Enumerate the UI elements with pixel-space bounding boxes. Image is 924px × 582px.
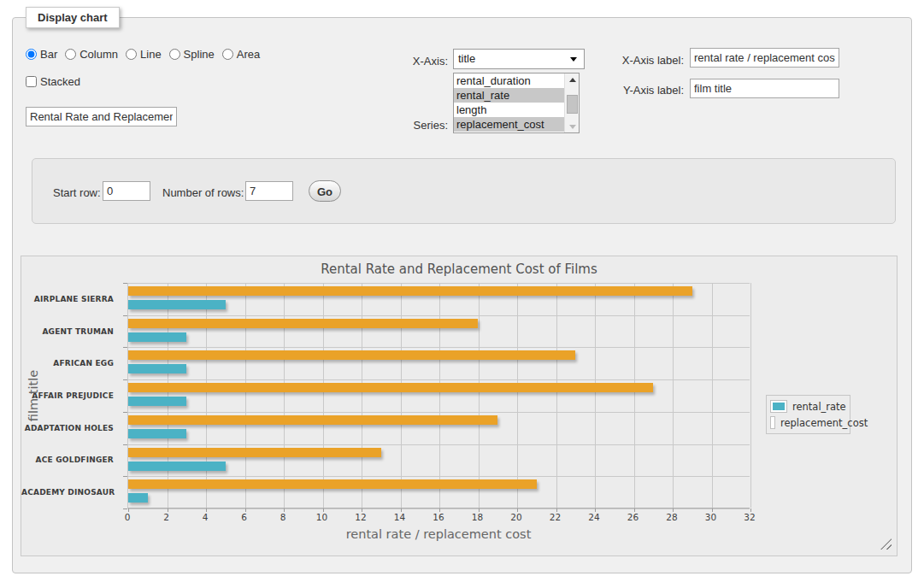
chart-type-option-line[interactable]: Line <box>126 48 162 61</box>
x-axis-title: rental rate / replacement cost <box>127 527 750 541</box>
gridline <box>323 283 324 508</box>
number-of-rows-input[interactable] <box>245 181 293 201</box>
y-tick-mark <box>123 347 127 348</box>
legend-swatch <box>770 416 775 429</box>
panel-title: Display chart <box>26 7 120 28</box>
scroll-down-icon[interactable] <box>565 121 580 132</box>
bar-rental_rate <box>128 397 186 406</box>
gridline <box>673 283 674 508</box>
row-range-panel <box>32 158 896 224</box>
bar-replacement_cost <box>128 286 692 296</box>
legend-entry: replacement_cost <box>770 414 846 431</box>
gridline <box>128 444 750 445</box>
x-tick-label: 12 <box>346 512 375 522</box>
x-tick-label: 20 <box>502 512 531 522</box>
series-option-rental_rate[interactable]: rental_rate <box>454 88 564 103</box>
x-axis-select[interactable]: title <box>453 49 585 69</box>
bar-rental_rate <box>128 429 186 438</box>
stacked-row: Stacked <box>26 75 80 88</box>
number-of-rows-label: Number of rows: <box>162 186 244 199</box>
bar-rental_rate <box>128 364 186 373</box>
gridline <box>517 283 518 508</box>
chart-type-label: Area <box>237 48 260 61</box>
gridline <box>284 283 285 508</box>
gridline <box>595 283 596 508</box>
chevron-down-icon <box>570 57 577 62</box>
y-axis-label-label: Y-Axis label: <box>598 84 684 97</box>
legend-swatch <box>770 400 787 413</box>
x-tick-label: 18 <box>463 512 492 522</box>
legend-entry: rental_rate <box>770 398 846 414</box>
category-label: ACADEMY DINOSAUR <box>21 488 114 497</box>
y-tick-mark <box>123 379 127 380</box>
series-option-rental_duration[interactable]: rental_duration <box>454 73 564 88</box>
bar-rental_rate <box>128 300 226 309</box>
chart-type-option-column[interactable]: Column <box>65 48 118 61</box>
gridline <box>128 476 750 477</box>
chart-type-radio-group: BarColumnLineSplineArea <box>26 48 260 61</box>
gridline <box>750 283 751 508</box>
chart-legend: rental_ratereplacement_cost <box>766 395 850 434</box>
x-tick-label: 10 <box>308 512 337 522</box>
category-label: ACE GOLDFINGER <box>21 456 114 464</box>
gridline <box>128 379 750 380</box>
x-tick-label: 4 <box>191 512 220 522</box>
bar-replacement_cost <box>128 350 575 360</box>
chart-type-label: Bar <box>40 48 57 61</box>
x-tick-label: 28 <box>657 512 686 522</box>
gridline <box>556 283 557 508</box>
gridline <box>479 283 480 508</box>
y-axis-label-input[interactable] <box>690 79 839 98</box>
series-listbox[interactable]: rental_durationrental_ratelengthreplacem… <box>453 73 580 133</box>
x-tick-label: 2 <box>152 512 181 522</box>
chart-container: Rental Rate and Replacement Cost of Film… <box>21 256 898 556</box>
stacked-checkbox[interactable] <box>26 76 37 87</box>
scrollbar-thumb[interactable] <box>567 95 578 114</box>
plot-area <box>127 283 750 509</box>
series-option-length[interactable]: length <box>454 103 564 117</box>
chart-type-radio-bar[interactable] <box>26 49 37 60</box>
chart-type-radio-spline[interactable] <box>169 49 180 60</box>
y-tick-mark <box>123 412 127 413</box>
chart-type-radio-column[interactable] <box>65 49 76 60</box>
gridline <box>245 283 246 508</box>
scroll-up-icon[interactable] <box>565 73 580 85</box>
gridline <box>634 283 635 508</box>
gridline <box>168 283 168 508</box>
bar-replacement_cost <box>128 319 478 328</box>
go-button[interactable]: Go <box>309 180 341 202</box>
resize-handle-icon[interactable] <box>880 538 892 550</box>
chart-type-option-spline[interactable]: Spline <box>169 48 215 61</box>
chart-title-input[interactable] <box>26 107 177 126</box>
series-option-replacement_cost[interactable]: replacement_cost <box>454 117 564 132</box>
chart-type-radio-area[interactable] <box>222 49 233 60</box>
chart-type-option-bar[interactable]: Bar <box>26 48 57 61</box>
gridline <box>362 283 362 508</box>
x-axis-label-input[interactable] <box>690 48 839 68</box>
bar-rental_rate <box>128 332 186 342</box>
x-tick-label: 8 <box>268 512 297 522</box>
y-tick-mark <box>123 315 127 316</box>
stacked-label: Stacked <box>40 75 80 88</box>
start-row-label: Start row: <box>53 186 101 199</box>
y-tick-mark <box>123 283 127 284</box>
chart-type-label: Column <box>79 48 118 61</box>
x-tick-label: 30 <box>697 512 726 522</box>
legend-label: rental_rate <box>792 401 846 413</box>
series-options: rental_durationrental_ratelengthreplacem… <box>454 73 579 132</box>
chart-title: Rental Rate and Replacement Cost of Film… <box>21 262 897 277</box>
chart-type-option-area[interactable]: Area <box>222 48 260 61</box>
category-label: AIRPLANE SIERRA <box>21 295 114 303</box>
x-tick-label: 32 <box>735 512 764 522</box>
start-row-input[interactable] <box>103 181 150 201</box>
listbox-scrollbar[interactable] <box>564 73 579 132</box>
chart-type-radio-line[interactable] <box>126 49 137 60</box>
x-tick-label: 14 <box>385 512 415 522</box>
bar-rental_rate <box>128 461 226 471</box>
stacked-option[interactable]: Stacked <box>26 75 80 88</box>
x-axis-tick-labels: 02468101214161820222426283032 <box>127 512 750 524</box>
x-tick-label: 24 <box>580 512 609 522</box>
gridline <box>128 283 750 284</box>
x-tick-label: 26 <box>619 512 648 522</box>
gridline <box>712 283 713 508</box>
